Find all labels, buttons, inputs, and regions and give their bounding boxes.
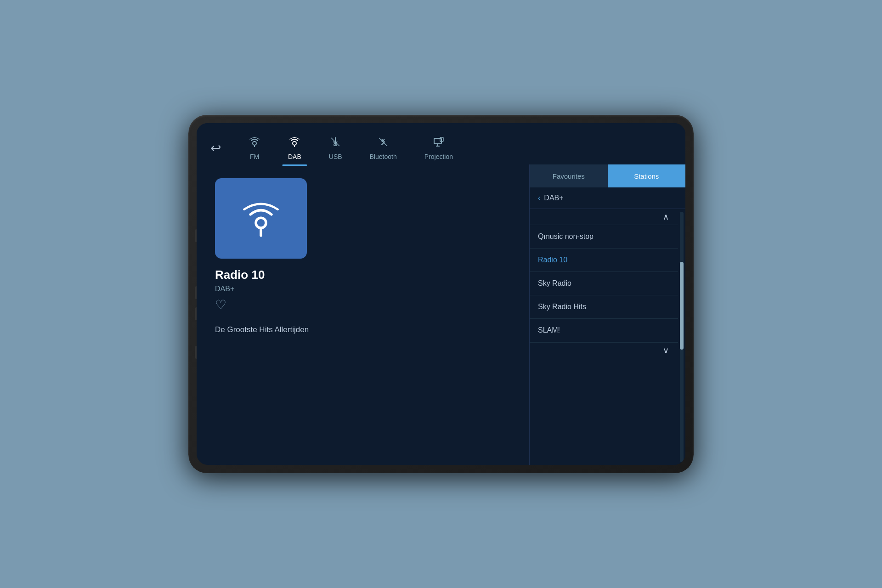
station-item-skyradio[interactable]: Sky Radio xyxy=(530,272,678,295)
fm-icon xyxy=(249,136,260,151)
now-playing-panel: Radio 10 DAB+ ♡ De Grootste Hits Allerti… xyxy=(197,164,529,465)
dab-back-arrow: ‹ xyxy=(538,194,540,202)
scrollbar-thumb[interactable] xyxy=(680,262,684,350)
station-type: DAB+ xyxy=(215,285,265,293)
tab-bluetooth[interactable]: Bluetooth xyxy=(356,131,411,165)
usb-icon xyxy=(329,136,341,151)
svg-point-0 xyxy=(253,141,256,145)
station-item-qmusic[interactable]: Qmusic non-stop xyxy=(530,225,678,249)
station-item-slam[interactable]: SLAM! xyxy=(530,319,678,342)
favorite-button[interactable]: ♡ xyxy=(215,299,265,311)
nav-bar: ↩ FM xyxy=(197,123,685,164)
infotainment-screen: ↩ FM xyxy=(197,123,685,465)
stations-container: ∧ Qmusic non-stop Radio 10 Sky Radio Sk xyxy=(530,209,685,465)
projection-icon xyxy=(433,136,445,151)
station-slogan: De Grootste Hits Allertijden xyxy=(215,325,309,334)
bluetooth-icon xyxy=(377,136,389,151)
station-name: Radio 10 xyxy=(215,268,265,282)
station-list-panel: Favourites Stations ‹ DAB+ xyxy=(529,164,685,465)
fm-label: FM xyxy=(250,153,259,160)
favourites-tab[interactable]: Favourites xyxy=(530,164,608,187)
scroll-up-button[interactable]: ∧ xyxy=(659,210,673,224)
svg-line-7 xyxy=(379,138,387,146)
list-tabs: Favourites Stations xyxy=(530,164,685,187)
scrollbar-track xyxy=(680,212,684,462)
station-item-radio10[interactable]: Radio 10 xyxy=(530,249,678,272)
bluetooth-label: Bluetooth xyxy=(370,153,397,160)
station-item-skyradiohits[interactable]: Sky Radio Hits xyxy=(530,295,678,319)
projection-label: Projection xyxy=(424,153,453,160)
dab-icon xyxy=(288,136,300,151)
dab-header-label: DAB+ xyxy=(544,194,563,202)
tab-dab[interactable]: DAB xyxy=(274,131,315,165)
usb-label: USB xyxy=(329,153,342,160)
tab-projection[interactable]: Projection xyxy=(411,131,467,165)
station-items-list: ∧ Qmusic non-stop Radio 10 Sky Radio Sk xyxy=(530,209,678,465)
back-button[interactable]: ↩ xyxy=(210,141,221,156)
content-area: Radio 10 DAB+ ♡ De Grootste Hits Allerti… xyxy=(197,164,685,465)
dab-header[interactable]: ‹ DAB+ xyxy=(530,187,685,209)
stations-tab[interactable]: Stations xyxy=(608,164,686,187)
tab-fm[interactable]: FM xyxy=(235,131,274,165)
svg-point-2 xyxy=(293,141,296,145)
dab-label: DAB xyxy=(288,153,301,160)
station-artwork xyxy=(215,178,307,259)
tab-usb[interactable]: USB xyxy=(315,131,356,165)
scroll-down-button[interactable]: ∨ xyxy=(659,344,673,357)
car-infotainment-unit: ⌂ + − ⧉ ↩ FM xyxy=(188,115,694,473)
station-info: Radio 10 DAB+ ♡ xyxy=(215,266,265,314)
svg-point-12 xyxy=(256,218,266,228)
